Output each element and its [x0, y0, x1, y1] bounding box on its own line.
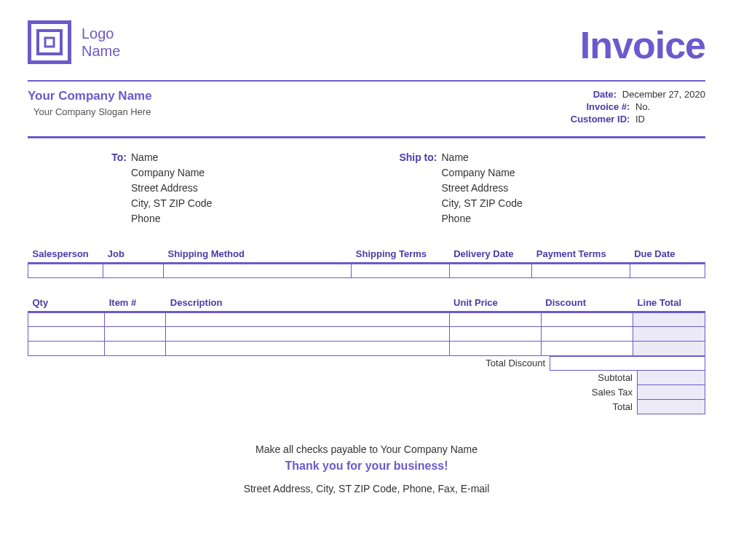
bill-to-company: Company Name: [131, 165, 205, 181]
th-delivery-date: Delivery Date: [449, 245, 532, 264]
bill-to-name: Name: [131, 150, 158, 165]
logo-block: Logo Name: [28, 20, 120, 64]
item-row: [28, 327, 705, 342]
total-discount-value[interactable]: [550, 356, 705, 371]
svg-rect-0: [29, 22, 70, 63]
cell-unit-price[interactable]: [449, 327, 541, 342]
addresses-row: To: Name Company Name Street Address Cit…: [28, 150, 705, 226]
bill-to-city: City, ST ZIP Code: [131, 196, 212, 211]
cell-description[interactable]: [166, 327, 449, 342]
invoice-meta: Date: December 27, 2020 Invoice #: No. C…: [571, 89, 705, 126]
subtotal-value[interactable]: [637, 371, 705, 385]
logo-icon: [28, 20, 71, 64]
th-shipping-terms: Shipping Terms: [352, 245, 449, 264]
totals-section: Total Discount Subtotal Sales Tax Total: [28, 356, 705, 414]
bill-to-label: To:: [84, 150, 131, 165]
subtotal-label: Subtotal: [598, 371, 637, 385]
cell-discount[interactable]: [541, 327, 633, 342]
ship-to-name: Name: [442, 150, 469, 165]
cell-line-total[interactable]: [633, 342, 705, 356]
total-label: Total: [613, 400, 637, 414]
total-value[interactable]: [637, 400, 705, 414]
cell-due-date[interactable]: [630, 264, 705, 278]
cell-qty[interactable]: [28, 327, 105, 342]
sales-tax-label: Sales Tax: [592, 385, 637, 400]
cell-item-num[interactable]: [105, 342, 166, 356]
svg-rect-2: [45, 38, 54, 47]
cell-item-num[interactable]: [105, 312, 166, 327]
shipping-details-table: Salesperson Job Shipping Method Shipping…: [28, 245, 705, 278]
th-salesperson: Salesperson: [28, 245, 103, 264]
date-value: December 27, 2020: [619, 89, 705, 100]
company-slogan: Your Company Slogan Here: [28, 106, 152, 117]
ship-to-street: Street Address: [442, 181, 509, 196]
divider-top: [28, 80, 705, 82]
th-discount: Discount: [541, 294, 633, 312]
ship-to-block: Ship to: Name Company Name Street Addres…: [395, 150, 706, 226]
th-unit-price: Unit Price: [449, 294, 541, 312]
th-qty: Qty: [28, 294, 105, 312]
logo-line1: Logo: [82, 25, 120, 42]
cell-shipping-method[interactable]: [163, 264, 351, 278]
header-row: Logo Name Invoice: [28, 20, 705, 67]
ship-to-company: Company Name: [442, 165, 515, 181]
cell-shipping-terms[interactable]: [352, 264, 449, 278]
item-row: [28, 342, 705, 356]
svg-rect-1: [38, 31, 61, 54]
cell-description[interactable]: [166, 342, 449, 356]
invoice-num-value: No.: [633, 101, 705, 112]
item-row: [28, 312, 705, 327]
total-discount-label: Total Discount: [486, 356, 550, 371]
customer-id-label: Customer ID:: [571, 114, 630, 125]
bill-to-street: Street Address: [131, 181, 198, 196]
company-name: Your Company Name: [28, 89, 152, 103]
cell-qty[interactable]: [28, 342, 105, 356]
th-payment-terms: Payment Terms: [532, 245, 630, 264]
footer: Make all checks payable to Your Company …: [28, 443, 705, 494]
cell-job[interactable]: [103, 264, 164, 278]
cell-qty[interactable]: [28, 312, 105, 327]
th-due-date: Due Date: [630, 245, 705, 264]
cell-unit-price[interactable]: [449, 312, 541, 327]
ship-to-city: City, ST ZIP Code: [442, 196, 523, 211]
cell-item-num[interactable]: [105, 327, 166, 342]
cell-delivery-date[interactable]: [449, 264, 532, 278]
invoice-num-label: Invoice #:: [586, 101, 630, 112]
th-description: Description: [166, 294, 449, 312]
logo-text: Logo Name: [82, 25, 120, 60]
cell-payment-terms[interactable]: [532, 264, 630, 278]
customer-id-value: ID: [633, 114, 705, 125]
cell-unit-price[interactable]: [449, 342, 541, 356]
bill-to-block: To: Name Company Name Street Address Cit…: [84, 150, 395, 226]
cell-discount[interactable]: [541, 312, 633, 327]
ship-row: [28, 264, 705, 278]
footer-thanks: Thank you for your business!: [28, 460, 705, 473]
cell-description[interactable]: [166, 312, 449, 327]
company-info: Your Company Name Your Company Slogan He…: [28, 89, 152, 126]
items-table: Qty Item # Description Unit Price Discou…: [28, 294, 705, 356]
bill-to-phone: Phone: [131, 211, 160, 226]
th-shipping-method: Shipping Method: [163, 245, 351, 264]
th-job: Job: [103, 245, 164, 264]
ship-to-phone: Phone: [442, 211, 471, 226]
cell-line-total[interactable]: [633, 327, 705, 342]
date-label: Date:: [593, 89, 617, 100]
invoice-title: Invoice: [580, 23, 705, 67]
cell-discount[interactable]: [541, 342, 633, 356]
th-line-total: Line Total: [633, 294, 705, 312]
divider-thick: [28, 136, 705, 138]
cell-salesperson[interactable]: [28, 264, 103, 278]
th-item-num: Item #: [105, 294, 166, 312]
logo-line2: Name: [82, 42, 120, 60]
company-meta-row: Your Company Name Your Company Slogan He…: [28, 89, 705, 126]
ship-to-label: Ship to:: [395, 150, 442, 165]
sales-tax-value[interactable]: [637, 385, 705, 400]
footer-checks: Make all checks payable to Your Company …: [28, 443, 705, 455]
cell-line-total[interactable]: [633, 312, 705, 327]
footer-contact: Street Address, City, ST ZIP Code, Phone…: [28, 483, 705, 494]
